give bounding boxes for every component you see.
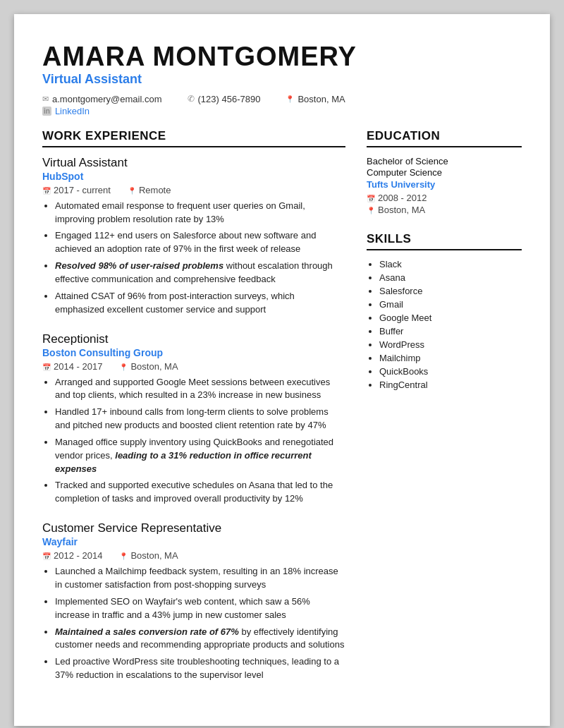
edu-field: Computer Science (367, 167, 522, 178)
job-2-date: 2014 - 2017 (42, 361, 102, 372)
skill-item: Salesforce (379, 286, 522, 296)
skills-title: SKILLS (367, 232, 522, 250)
edu-degree: Bachelor of Science (367, 156, 522, 166)
job-1-location: Remote (128, 185, 171, 195)
education-title: EDUCATION (367, 129, 522, 147)
linkedin-icon (42, 106, 51, 116)
skill-item: Gmail (379, 299, 522, 310)
contact-row: a.montgomery@email.com (123) 456-7890 Bo… (42, 94, 522, 104)
cal-icon-1 (42, 185, 51, 195)
bullet: Launched a Mailchimp feedback system, re… (55, 565, 345, 592)
loc-icon-2 (119, 361, 128, 372)
job-1-bullets: Automated email response to frequent use… (42, 200, 345, 317)
bullet: Led proactive WordPress site troubleshoo… (55, 655, 345, 682)
email-text: a.montgomery@email.com (52, 94, 162, 104)
linkedin-link[interactable]: LinkedIn (55, 106, 90, 116)
email-icon (42, 94, 49, 104)
candidate-name: AMARA MONTGOMERY (42, 42, 522, 72)
job-3: Customer Service Representative Wayfair … (42, 521, 345, 682)
bullet: Tracked and supported executive schedule… (55, 479, 345, 506)
skill-item: WordPress (379, 339, 522, 350)
skill-item: RingCentral (379, 380, 522, 390)
cal-icon-edu (367, 193, 375, 203)
job-1-title: Virtual Assistant (42, 156, 345, 170)
job-2: Receptionist Boston Consulting Group 201… (42, 332, 345, 506)
bullet: Managed office supply inventory using Qu… (55, 436, 345, 476)
job-3-date: 2012 - 2014 (42, 550, 102, 561)
job-3-company: Wayfair (42, 536, 345, 547)
edu-location: Boston, MA (367, 205, 522, 215)
job-1-date: 2017 - current (42, 185, 111, 195)
edu-school: Tufts University (367, 179, 522, 190)
job-3-location: Boston, MA (119, 550, 178, 561)
edu-meta: 2008 - 2012 Boston, MA (367, 193, 522, 215)
location-icon (286, 94, 294, 104)
bullet: Handled 17+ inbound calls from long-term… (55, 406, 345, 432)
job-1-meta: 2017 - current Remote (42, 185, 345, 195)
loc-icon-1 (128, 185, 136, 195)
right-column: EDUCATION Bachelor of Science Computer S… (367, 129, 522, 698)
phone-icon (188, 94, 195, 104)
resume-header: AMARA MONTGOMERY Virtual Assistant a.mon… (42, 42, 522, 116)
phone-text: (123) 456-7890 (198, 94, 261, 104)
loc-icon-3 (119, 550, 128, 561)
cal-icon-3 (42, 550, 51, 561)
job-2-meta: 2014 - 2017 Boston, MA (42, 361, 345, 372)
edu-date: 2008 - 2012 (367, 193, 522, 203)
bullet: Maintained a sales conversion rate of 67… (55, 626, 345, 653)
skill-item: Buffer (379, 326, 522, 336)
job-2-bullets: Arranged and supported Google Meet sessi… (42, 376, 345, 506)
skill-item: QuickBooks (379, 366, 522, 377)
skills-list: Slack Asana Salesforce Gmail Google Meet… (367, 259, 522, 390)
skill-item: Asana (379, 272, 522, 283)
job-3-title: Customer Service Representative (42, 521, 345, 535)
skill-item: Google Meet (379, 313, 522, 323)
bullet: Arranged and supported Google Meet sessi… (55, 376, 345, 403)
main-layout: WORK EXPERIENCE Virtual Assistant HubSpo… (42, 129, 522, 698)
candidate-title: Virtual Assistant (42, 72, 522, 87)
phone-item: (123) 456-7890 (188, 94, 261, 104)
skill-item: Mailchimp (379, 353, 522, 363)
job-1: Virtual Assistant HubSpot 2017 - current… (42, 156, 345, 317)
bullet: Implemented SEO on Wayfair's web content… (55, 595, 345, 622)
email-item: a.montgomery@email.com (42, 94, 162, 104)
left-column: WORK EXPERIENCE Virtual Assistant HubSpo… (42, 129, 345, 698)
loc-icon-edu (367, 205, 375, 215)
location-text: Boston, MA (298, 94, 345, 104)
cal-icon-2 (42, 361, 51, 372)
linkedin-row: LinkedIn (42, 106, 522, 116)
skills-section: SKILLS Slack Asana Salesforce Gmail Goog… (367, 232, 522, 390)
job-3-meta: 2012 - 2014 Boston, MA (42, 550, 345, 561)
skill-item: Slack (379, 259, 522, 269)
resume-page: AMARA MONTGOMERY Virtual Assistant a.mon… (14, 14, 550, 726)
job-2-company: Boston Consulting Group (42, 347, 345, 358)
job-1-company: HubSpot (42, 171, 345, 182)
work-experience-title: WORK EXPERIENCE (42, 129, 345, 147)
education-entry-1: Bachelor of Science Computer Science Tuf… (367, 156, 522, 215)
bullet: Engaged 112+ end users on Salesforce abo… (55, 229, 345, 256)
bullet: Attained CSAT of 96% from post-interacti… (55, 290, 345, 317)
job-3-bullets: Launched a Mailchimp feedback system, re… (42, 565, 345, 682)
job-2-title: Receptionist (42, 332, 345, 346)
location-item: Boston, MA (286, 94, 345, 104)
bullet: Automated email response to frequent use… (55, 200, 345, 226)
job-2-location: Boston, MA (119, 361, 178, 372)
linkedin-item: LinkedIn (42, 106, 90, 116)
bullet: Resolved 98% of user-raised problems wit… (55, 260, 345, 286)
